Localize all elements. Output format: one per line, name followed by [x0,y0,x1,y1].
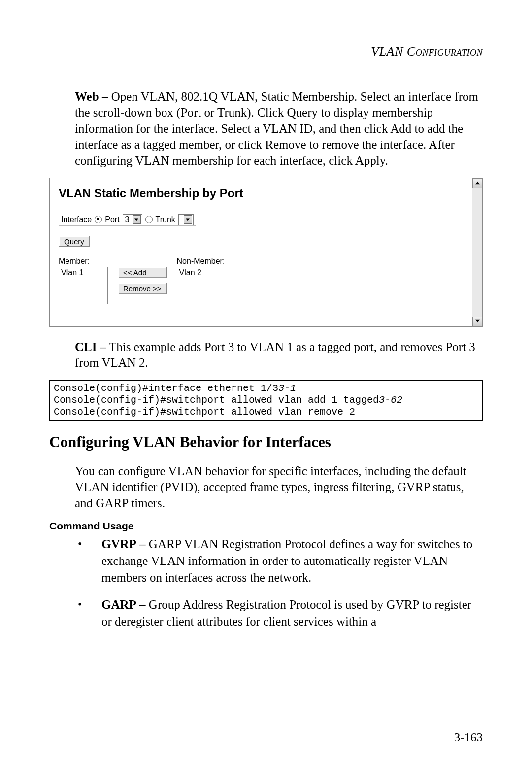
cli-line-2a: Console(config-if)#switchport allowed vl… [54,394,379,406]
running-header: VLAN Configuration [49,44,483,59]
nonmember-column: Non-Member: Vlan 2 [177,257,226,304]
cli-line-1b: 3-1 [278,383,296,394]
behavior-paragraph: You can configure VLAN behavior for spec… [75,463,483,512]
member-column: Member: Vlan 1 [59,257,108,304]
page-number: 3-163 [454,731,483,744]
cli-line-1a: Console(config)#interface ethernet 1/3 [54,383,278,394]
nonmember-listbox[interactable]: Vlan 2 [177,267,226,304]
scroll-up-icon[interactable] [472,178,482,188]
nonmember-label: Non-Member: [177,257,226,266]
trunk-select[interactable] [178,214,194,225]
port-label: Port [105,215,119,224]
nonmember-item[interactable]: Vlan 2 [179,268,224,277]
web-lead: Web [75,90,99,103]
trunk-radio[interactable] [145,216,153,223]
chevron-down-icon[interactable] [184,215,192,224]
section-heading: Configuring VLAN Behavior for Interfaces [49,433,483,451]
web-screenshot-panel: VLAN Static Membership by Port Interface… [49,178,483,327]
bullet-gvrp: GVRP – GARP VLAN Registration Protocol d… [75,536,483,586]
gvrp-text: – GARP VLAN Registration Protocol define… [101,537,472,584]
chevron-down-icon[interactable] [133,215,141,224]
svg-marker-2 [475,182,480,184]
gvrp-lead: GVRP [101,537,136,551]
running-header-text: VLAN Configuration [371,44,483,59]
svg-marker-1 [186,218,190,221]
interface-label: Interface [61,215,92,224]
bullet-garp: GARP – Group Address Registration Protoc… [75,597,483,630]
garp-text: – Group Address Registration Protocol is… [101,598,471,628]
panel-title: VLAN Static Membership by Port [59,186,467,200]
trunk-label: Trunk [156,215,175,224]
svg-marker-0 [134,218,138,221]
query-button[interactable]: Query [59,236,90,247]
cli-paragraph: CLI – This example adds Port 3 to VLAN 1… [75,339,483,371]
web-text: – Open VLAN, 802.1Q VLAN, Static Members… [75,90,478,167]
member-item[interactable]: Vlan 1 [61,268,105,277]
remove-button[interactable]: Remove >> [118,283,167,294]
cli-line-3: Console(config-if)#switchport allowed vl… [54,406,355,418]
interface-row: Interface Port 3 Trunk [59,214,196,226]
port-select[interactable]: 3 [123,214,142,225]
cli-text: – This example adds Port 3 to VLAN 1 as … [75,340,475,370]
member-listbox[interactable]: Vlan 1 [59,267,108,304]
add-button[interactable]: << Add [118,267,167,278]
command-usage-heading: Command Usage [49,520,483,532]
svg-marker-3 [475,320,480,322]
cli-lead: CLI [75,340,97,353]
garp-lead: GARP [101,598,136,611]
scrollbar[interactable] [472,178,482,326]
cli-listing: Console(config)#interface ethernet 1/33-… [49,380,483,421]
port-select-value: 3 [125,215,130,224]
member-label: Member: [59,257,108,266]
cli-line-2b: 3-62 [379,394,402,406]
scroll-down-icon[interactable] [472,317,482,326]
port-radio[interactable] [95,216,102,223]
web-paragraph: Web – Open VLAN, 802.1Q VLAN, Static Mem… [75,89,483,169]
